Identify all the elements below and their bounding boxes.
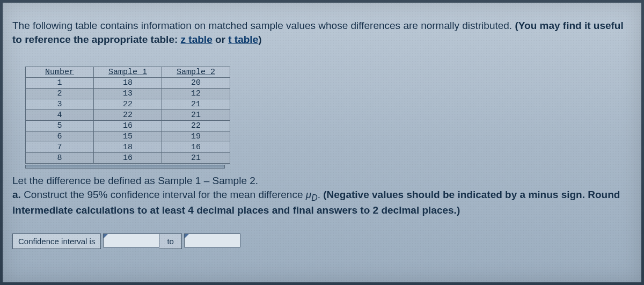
table-cell: 22 — [94, 110, 162, 121]
sample-data-table: Number Sample 1 Sample 2 118202131232221… — [25, 67, 230, 164]
table-row: 21312 — [26, 89, 230, 99]
table-cell: 16 — [94, 153, 162, 164]
table-scroll-indicator — [25, 165, 225, 169]
table-cell: 16 — [94, 121, 162, 131]
part-a-text1: Construct the 95% confidence interval fo… — [21, 189, 306, 200]
table-cell: 16 — [162, 142, 230, 153]
worksheet-page: The following table contains information… — [3, 3, 641, 282]
confidence-interval-answer: Confidence interval is to — [12, 233, 240, 249]
part-a-label: a. — [12, 189, 21, 200]
difference-definition: Let the difference be defined as Sample … — [12, 174, 632, 188]
table-cell: 3 — [26, 99, 94, 110]
ci-label: Confidence interval is — [12, 233, 101, 249]
table-cell: 6 — [26, 131, 94, 142]
table-cell: 20 — [162, 78, 230, 89]
table-cell: 22 — [94, 99, 162, 110]
table-row: 42221 — [26, 110, 230, 121]
table-row: 61519 — [26, 131, 230, 142]
table-cell: 13 — [94, 89, 162, 99]
table-cell: 21 — [162, 99, 230, 110]
z-table-link[interactable]: z table — [181, 34, 213, 45]
table-cell: 18 — [94, 142, 162, 153]
ci-lower-input[interactable] — [103, 233, 159, 247]
intro-bold-close: ) — [258, 34, 261, 45]
col-header-sample1: Sample 1 — [94, 67, 162, 78]
table-cell: 4 — [26, 110, 94, 121]
intro-or: or — [213, 34, 229, 45]
table-row: 81621 — [26, 153, 230, 164]
table-cell: 21 — [162, 110, 230, 121]
table-cell: 8 — [26, 153, 94, 164]
table-body: 1182021312322214222151622615197181681621 — [26, 78, 230, 164]
table-cell: 22 — [162, 121, 230, 131]
table-cell: 21 — [162, 153, 230, 164]
intro-text: The following table contains information… — [12, 19, 632, 46]
col-header-sample2: Sample 2 — [162, 67, 230, 78]
intro-line1: The following table contains information… — [12, 20, 515, 31]
table-cell: 7 — [26, 142, 94, 153]
table-cell: 1 — [26, 78, 94, 89]
table-cell: 2 — [26, 89, 94, 99]
t-table-link[interactable]: t table — [228, 34, 258, 45]
table-row: 51622 — [26, 121, 230, 131]
table-header-row: Number Sample 1 Sample 2 — [26, 67, 230, 78]
table-cell: 15 — [94, 131, 162, 142]
table-cell: 12 — [162, 89, 230, 99]
col-header-number: Number — [26, 67, 94, 78]
part-a-text2: . — [318, 189, 324, 200]
table-cell: 5 — [26, 121, 94, 131]
table-row: 32221 — [26, 99, 230, 110]
mu-symbol: μD — [306, 189, 318, 200]
table-row: 11820 — [26, 78, 230, 89]
table-cell: 19 — [162, 131, 230, 142]
ci-to-label: to — [159, 233, 182, 249]
table-cell: 18 — [94, 78, 162, 89]
question-block: Let the difference be defined as Sample … — [12, 174, 632, 217]
ci-upper-input[interactable] — [184, 233, 240, 247]
part-a-line: a. Construct the 95% confidence interval… — [12, 188, 632, 217]
table-row: 71816 — [26, 142, 230, 153]
